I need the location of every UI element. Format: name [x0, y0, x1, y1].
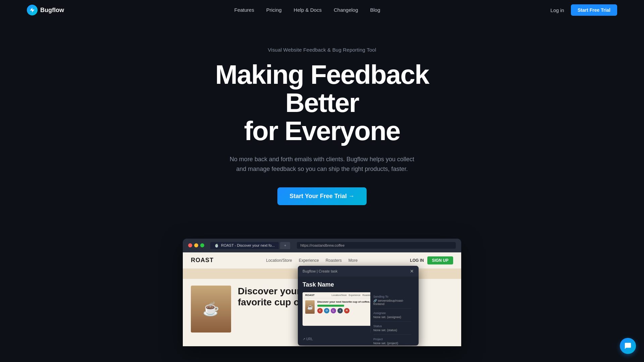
modal-field-status: Status None set. (status) [373, 324, 411, 335]
modal-header: Bugflow | Create task ✕ [298, 266, 419, 277]
nav-features[interactable]: Features [234, 7, 254, 13]
modal-task-name: Task Name [303, 281, 414, 288]
browser-tab-active[interactable]: 🍵 ROAST - Discover your next fo... [210, 242, 279, 249]
inner-nav-4[interactable]: More [348, 258, 358, 263]
modal-screenshot-bar [317, 305, 344, 307]
modal-close-icon[interactable]: ✕ [410, 268, 414, 274]
modal-field-project-label: Project [373, 338, 411, 341]
modal-field-sending-to: Sending To 🔗 serversidoup/roast-frontend [373, 295, 411, 309]
inner-nav-2[interactable]: Experience [299, 258, 319, 263]
modal-field-assignee: Assignee None set. (assignee) [373, 311, 411, 322]
modal-field-project: Project None set. (project) [373, 338, 411, 346]
preview-section: 🍵 ROAST - Discover your next fo... + htt… [0, 239, 644, 346]
address-bar[interactable]: https://roastandbrew.coffee [297, 242, 456, 249]
nav-links: Features Pricing Help & Docs Changelog B… [234, 7, 380, 13]
browser-tabs: 🍵 ROAST - Discover your next fo... + [210, 242, 290, 249]
browser-mockup: 🍵 ROAST - Discover your next fo... + htt… [183, 239, 461, 346]
modal-field-status-label: Status [373, 324, 411, 328]
browser-tab-new[interactable]: + [280, 242, 290, 249]
nav-cta-button[interactable]: Start Free Trial [571, 4, 617, 16]
inner-site-links: Location/Store Experience Roasters More [266, 258, 358, 263]
icon-circle-1: C [317, 308, 323, 313]
modal-field-status-value: None set. (status) [373, 328, 411, 332]
hero-cta-button[interactable]: Start Your Free Trial → [277, 187, 366, 205]
browser-content: ROAST Location/Store Experience Roasters… [183, 252, 461, 346]
icon-circle-2: O [324, 308, 329, 313]
chat-icon [624, 342, 632, 350]
logo-icon [27, 5, 38, 15]
bugflow-modal: Bugflow | Create task ✕ Task Name ROAST … [298, 266, 419, 346]
hero-subtitle: Visual Website Feedback & Bug Reporting … [178, 47, 466, 53]
nav-changelog[interactable]: Changelog [334, 7, 358, 13]
brand-name: Bugflow [40, 7, 64, 14]
modal-field-project-value: None set. (project) [373, 342, 411, 345]
modal-body: Task Name ROAST Location/Store Experienc… [298, 277, 419, 337]
modal-field-assignee-value: None set. (assignee) [373, 315, 411, 319]
modal-screenshot-cup: ☕ [305, 300, 315, 314]
modal-header-label: Bugflow | Create task [303, 269, 337, 273]
inner-site-actions: LOG IN SIGN UP [410, 256, 453, 264]
hero-description: No more back and forth emails with clien… [225, 155, 419, 174]
modal-field-sending-to-label: Sending To [373, 295, 411, 298]
hero-title-line1: Making Feedback Better [215, 60, 429, 118]
tab-favicon: 🍵 [214, 243, 219, 248]
inner-nav-3[interactable]: Roasters [326, 258, 342, 263]
modal-screenshot-nav-links: Location/Store Experience Roasters [332, 294, 372, 296]
chat-bubble-button[interactable] [620, 338, 636, 354]
nav-pricing[interactable]: Pricing [266, 7, 282, 13]
modal-field-assignee-label: Assignee [373, 311, 411, 315]
tab-label: ROAST - Discover your next fo... [221, 243, 275, 247]
browser-chrome: 🍵 ROAST - Discover your next fo... + htt… [183, 239, 461, 252]
inner-login-button[interactable]: LOG IN [410, 258, 424, 263]
modal-field-sending-to-value: 🔗 serversidoup/roast-frontend [373, 299, 411, 306]
main-nav: Bugflow Features Pricing Help & Docs Cha… [0, 0, 644, 20]
nav-actions: Log in Start Free Trial [550, 4, 617, 16]
inner-signup-button[interactable]: SIGN UP [427, 256, 453, 264]
icon-circle-3: L [331, 308, 336, 313]
logo-link[interactable]: Bugflow [27, 5, 64, 15]
nav-blog[interactable]: Blog [370, 7, 380, 13]
browser-dots [188, 243, 204, 247]
inner-nav-1[interactable]: Location/Store [266, 258, 292, 263]
hero-title-line2: for Everyone [244, 116, 400, 146]
login-link[interactable]: Log in [550, 7, 564, 13]
modal-screenshot-container: ROAST Location/Store Experience Roasters… [303, 292, 414, 333]
dot-minimize [194, 243, 198, 247]
modal-screenshot-logo: ROAST [305, 294, 315, 297]
hero-section: Visual Website Feedback & Bug Reporting … [171, 20, 473, 225]
modal-right-panel: Sending To 🔗 serversidoup/roast-frontend… [370, 292, 414, 333]
dot-close [188, 243, 192, 247]
svg-marker-0 [30, 8, 35, 13]
inner-site-logo: ROAST [191, 257, 214, 264]
icon-circle-5: R [344, 308, 350, 313]
inner-cup-icon: ☕ [191, 286, 231, 333]
icon-circle-4: I [337, 308, 343, 313]
nav-help[interactable]: Help & Docs [294, 7, 322, 13]
dot-maximize [200, 243, 204, 247]
hero-title: Making Feedback Better for Everyone [178, 61, 466, 145]
